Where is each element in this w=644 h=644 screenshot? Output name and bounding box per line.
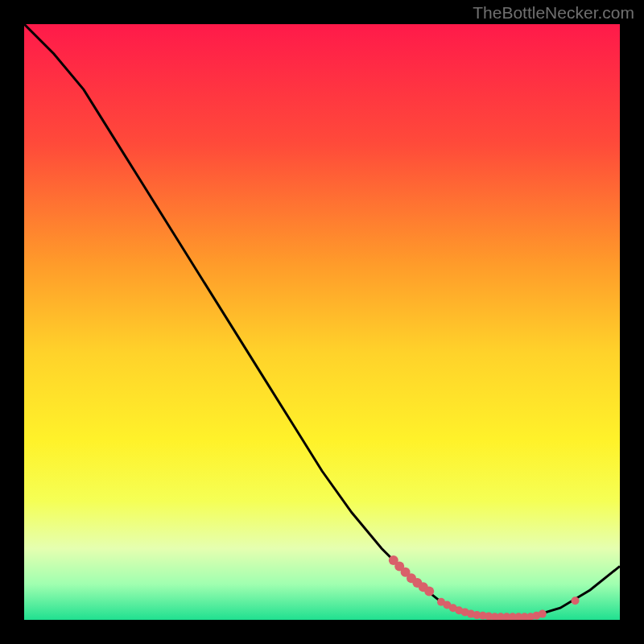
chart-container: TheBottleNecker.com: [0, 0, 644, 644]
plot-area: [24, 24, 620, 620]
data-marker: [572, 597, 580, 605]
data-marker: [539, 610, 547, 618]
data-marker: [424, 587, 434, 597]
bottleneck-chart: [24, 24, 620, 620]
watermark-text: TheBottleNecker.com: [473, 3, 634, 23]
gradient-background: [24, 24, 620, 620]
